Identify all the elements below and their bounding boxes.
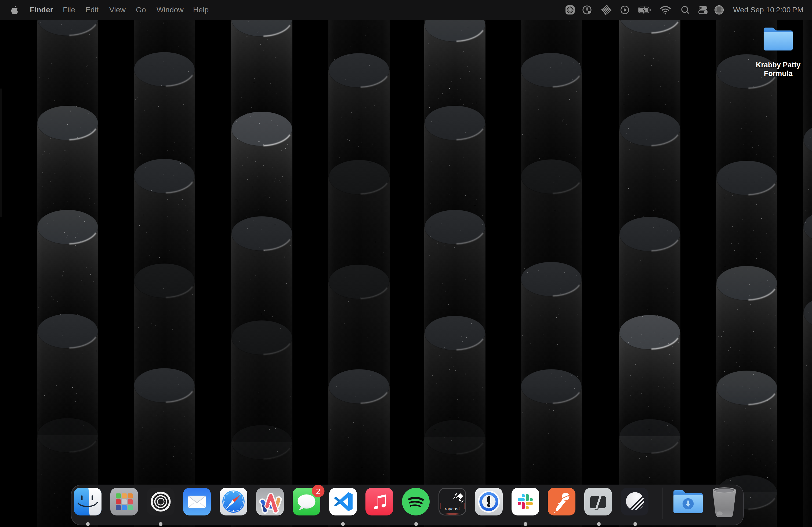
svg-text:2: 2 [316, 487, 321, 496]
svg-text:raycast: raycast [445, 506, 460, 511]
